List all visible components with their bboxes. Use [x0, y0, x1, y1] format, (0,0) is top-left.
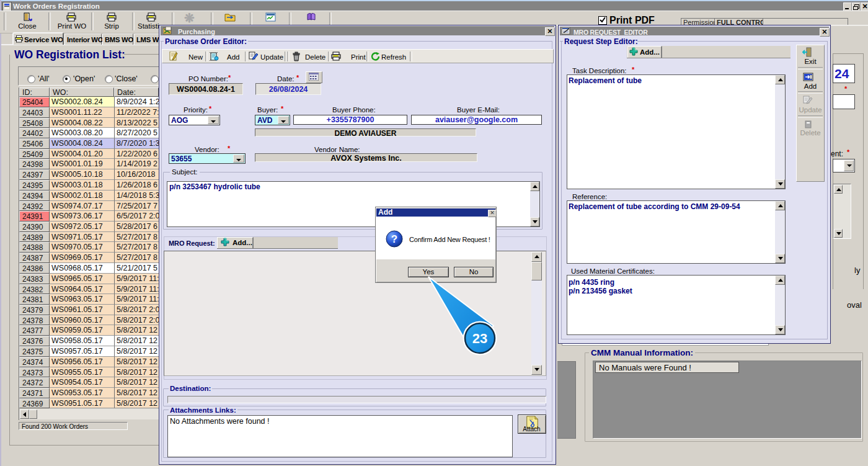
svg-text:23: 23 [472, 331, 487, 346]
svg-text:?: ? [391, 233, 397, 245]
